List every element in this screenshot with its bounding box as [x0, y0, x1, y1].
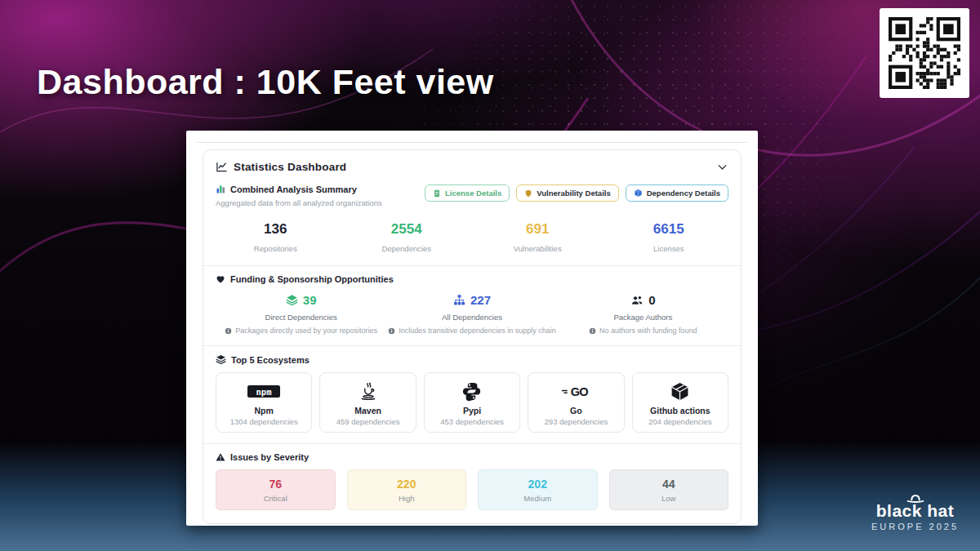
card-header: Statistics Dashboard	[203, 150, 741, 180]
funding-section: Funding & Sponsorship Opportunities 39 D…	[203, 265, 741, 345]
qr-code	[880, 8, 969, 98]
stack-icon	[216, 354, 226, 365]
blackhat-brand-text: black hat	[871, 501, 959, 521]
summary-buttons: License Details Vulnerability Details De…	[425, 184, 728, 202]
stat-repositories: 136 Repositories	[210, 221, 341, 253]
severity-card-medium: 202 Medium	[478, 469, 598, 510]
stat-dependencies: 2554 Dependencies	[341, 221, 473, 253]
funding-direct-dependencies: 39 Direct Dependencies Packages directly…	[216, 293, 386, 335]
ecosystem-card-go: GO Go 293 dependencies	[528, 372, 624, 433]
severity-card-low: 44 Low	[609, 469, 729, 510]
bar-chart-icon	[216, 184, 225, 194]
python-logo	[461, 380, 482, 404]
stat-licenses: 6615 Licenses	[604, 221, 735, 253]
java-logo	[358, 380, 379, 404]
line-chart-icon	[216, 161, 228, 173]
info-icon[interactable]	[388, 327, 395, 335]
summary-row: Combined Analysis Summary Aggregated dat…	[203, 180, 741, 207]
cube-logo	[670, 380, 690, 404]
go-logo: GO	[561, 380, 590, 404]
statistics-dashboard-card: Statistics Dashboard Combined Analysis S…	[203, 149, 742, 524]
ecosystem-card-pypi: Pypi 453 dependencies	[424, 372, 520, 433]
ecosystem-card-maven: Maven 459 dependencies	[319, 372, 416, 433]
heart-icon	[216, 274, 225, 284]
ecosystem-card-npm: npm Npm 1304 dependencies	[216, 372, 312, 433]
chevron-down-icon[interactable]	[716, 161, 728, 173]
blackhat-logo: black hat EUROPE 2025	[871, 493, 959, 531]
summary-stats: 136 Repositories 2554 Dependencies 691 V…	[203, 207, 741, 265]
warning-icon	[216, 452, 225, 462]
funding-title: Funding & Sponsorship Opportunities	[230, 274, 394, 284]
summary-subtitle: Aggregated data from all analyzed organi…	[216, 198, 382, 207]
npm-logo: npm	[247, 380, 280, 404]
summary-heading: Combined Analysis Summary Aggregated dat…	[216, 184, 382, 207]
license-details-button[interactable]: License Details	[425, 184, 510, 202]
severity-section: Issues by Severity 76 Critical 220 High …	[203, 443, 741, 523]
info-icon[interactable]	[589, 327, 596, 335]
vulnerability-details-button[interactable]: Vulnerability Details	[516, 184, 618, 202]
info-icon[interactable]	[225, 327, 232, 335]
users-icon	[630, 294, 644, 307]
severity-card-critical: 76 Critical	[216, 469, 336, 510]
layers-icon	[286, 294, 298, 306]
dashboard-panel: Statistics Dashboard Combined Analysis S…	[186, 131, 758, 526]
funding-package-authors: 0 Package Authors No authors with fundin…	[558, 293, 728, 335]
svg-text:GO: GO	[571, 385, 588, 398]
license-doc-icon	[433, 189, 441, 198]
severity-title: Issues by Severity	[230, 452, 309, 462]
ecosystem-card-github-actions: Github actions 204 dependencies	[632, 372, 728, 433]
sitemap-icon	[453, 294, 466, 306]
qr-pattern	[889, 17, 960, 89]
ecosystems-section: Top 5 Ecosystems npm Npm 1304 dependenci…	[203, 345, 741, 443]
card-title: Statistics Dashboard	[234, 161, 346, 173]
stat-vulnerabilities: 691 Vulnerabilities	[472, 221, 604, 253]
dependency-details-button[interactable]: Dependency Details	[626, 184, 728, 202]
funding-all-dependencies: 227 All Dependencies Includes transitive…	[386, 293, 557, 335]
previous-card-edge	[197, 131, 747, 143]
severity-card-high: 220 High	[347, 469, 467, 510]
ecosystems-title: Top 5 Ecosystems	[231, 355, 310, 365]
summary-title: Combined Analysis Summary	[230, 184, 357, 194]
slide: Dashboard : 10K Feet view Statistics Das…	[0, 0, 980, 551]
package-icon	[634, 189, 643, 198]
svg-text:npm: npm	[256, 387, 272, 397]
shield-icon	[524, 189, 532, 198]
slide-title: Dashboard : 10K Feet view	[37, 62, 494, 102]
blackhat-event-text: EUROPE 2025	[871, 522, 959, 531]
